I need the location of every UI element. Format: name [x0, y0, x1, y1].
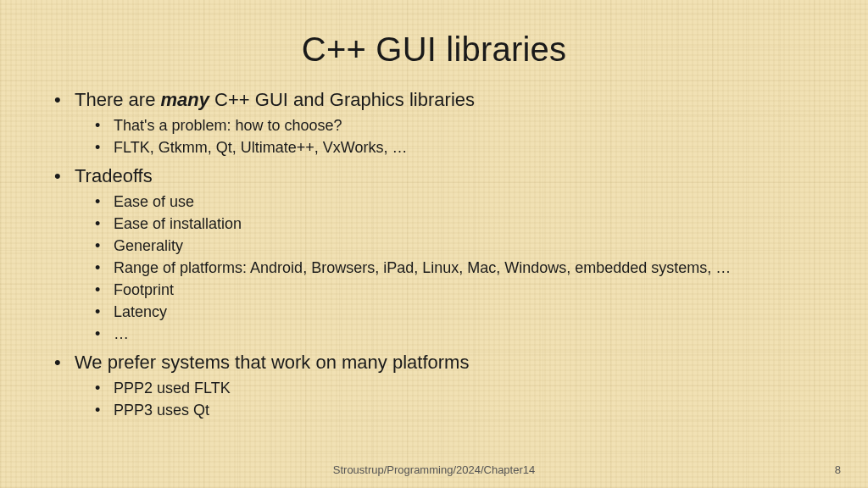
bullet-item: Tradeoffs Ease of use Ease of installati… — [51, 164, 817, 345]
sub-item: Latency — [90, 301, 817, 323]
slide: C++ GUI libraries There are many C++ GUI… — [0, 0, 868, 488]
sub-list: PPP2 used FLTK PPP3 uses Qt — [75, 377, 817, 421]
slide-title: C++ GUI libraries — [51, 30, 817, 69]
page-number: 8 — [835, 463, 841, 476]
bullet-list: There are many C++ GUI and Graphics libr… — [51, 87, 817, 421]
sub-item: That's a problem: how to choose? — [90, 114, 817, 136]
bullet-text-em: many — [161, 89, 209, 110]
sub-item: Range of platforms: Android, Browsers, i… — [90, 257, 817, 279]
sub-item: Generality — [90, 235, 817, 257]
bullet-text-post: C++ GUI and Graphics libraries — [209, 89, 475, 110]
sub-list: That's a problem: how to choose? FLTK, G… — [75, 114, 817, 158]
footer-source: Stroustrup/Programming/2024/Chapter14 — [0, 463, 868, 476]
sub-item: … — [90, 323, 817, 345]
bullet-item: There are many C++ GUI and Graphics libr… — [51, 87, 817, 158]
sub-list: Ease of use Ease of installation General… — [75, 191, 817, 346]
bullet-text: We prefer systems that work on many plat… — [75, 352, 469, 373]
sub-item: PPP2 used FLTK — [90, 377, 817, 399]
bullet-item: We prefer systems that work on many plat… — [51, 350, 817, 421]
sub-item: Footprint — [90, 279, 817, 301]
sub-item: FLTK, Gtkmm, Qt, Ultimate++, VxWorks, … — [90, 136, 817, 158]
bullet-text: Tradeoffs — [75, 165, 153, 186]
sub-item: PPP3 uses Qt — [90, 399, 817, 421]
bullet-text-pre: There are — [75, 89, 161, 110]
sub-item: Ease of installation — [90, 213, 817, 235]
sub-item: Ease of use — [90, 191, 817, 213]
